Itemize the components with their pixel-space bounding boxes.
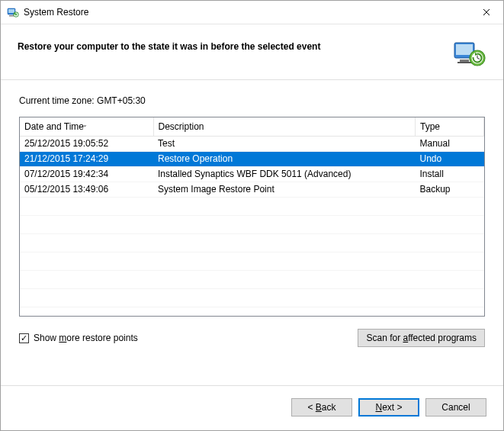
window-title: System Restore [24,7,469,18]
cell-type: Backup [416,182,484,198]
table-row[interactable]: 07/12/2015 19:42:34Installed Synaptics W… [20,167,484,182]
cell-datetime: 05/12/2015 13:49:06 [20,182,153,198]
cell-datetime: 21/12/2015 17:24:29 [20,152,153,167]
table-row [20,198,484,216]
cell-type: Manual [416,137,484,152]
cell-datetime: 25/12/2015 19:05:52 [20,137,153,152]
next-button[interactable]: Next > [358,398,419,417]
checkbox-icon: ✓ [19,333,29,343]
cell-description: Installed Synaptics WBF DDK 5011 (Advanc… [153,167,416,182]
options-row: ✓ Show more restore points Scan for affe… [19,329,485,347]
column-header-type[interactable]: Type [416,117,484,137]
wizard-footer: < Back Next > Cancel [1,385,503,430]
table-row[interactable]: 21/12/2015 17:24:29Restore OperationUndo [20,152,484,167]
sort-indicator-icon: ⌄ [82,121,88,128]
titlebar: System Restore [1,1,503,24]
show-more-label: Show more restore points [34,333,138,343]
column-header-datetime-label: Date and Time [24,121,84,132]
instruction-text: Restore your computer to the state it wa… [18,38,320,52]
cell-description: Test [153,137,416,152]
restore-large-icon [453,38,486,69]
table-row [20,252,484,271]
restore-points-table[interactable]: Date and Time⌄ Description Type 25/12/20… [19,117,485,317]
svg-rect-5 [456,44,473,55]
back-button[interactable]: < Back [291,398,352,417]
header: Restore your computer to the state it wa… [1,24,503,79]
table-row [20,234,484,252]
cell-type: Undo [416,152,484,167]
cell-type: Install [416,167,484,182]
cell-description: System Image Restore Point [153,182,416,198]
svg-rect-6 [460,60,469,62]
table-row [20,289,484,307]
system-restore-window: System Restore Restore your computer to … [0,0,504,431]
table-row [20,216,484,234]
column-header-datetime[interactable]: Date and Time⌄ [20,117,153,137]
show-more-checkbox[interactable]: ✓ Show more restore points [19,333,138,343]
table-row[interactable]: 25/12/2015 19:05:52TestManual [20,137,484,152]
cancel-button[interactable]: Cancel [425,398,486,417]
svg-rect-1 [8,9,14,13]
scan-affected-button[interactable]: Scan for affected programs [358,329,485,347]
svg-rect-2 [9,15,14,17]
column-header-description[interactable]: Description [153,117,416,137]
close-button[interactable] [469,2,503,24]
cell-description: Restore Operation [153,152,416,167]
close-icon [483,8,490,16]
svg-rect-7 [457,62,471,63]
table-row [20,307,484,317]
table-row [20,271,484,289]
table-row[interactable]: 05/12/2015 13:49:06System Image Restore … [20,182,484,198]
timezone-label: Current time zone: GMT+05:30 [19,95,485,106]
system-restore-icon [7,6,19,18]
content-area: Current time zone: GMT+05:30 Date and Ti… [1,79,503,385]
cell-datetime: 07/12/2015 19:42:34 [20,167,153,182]
